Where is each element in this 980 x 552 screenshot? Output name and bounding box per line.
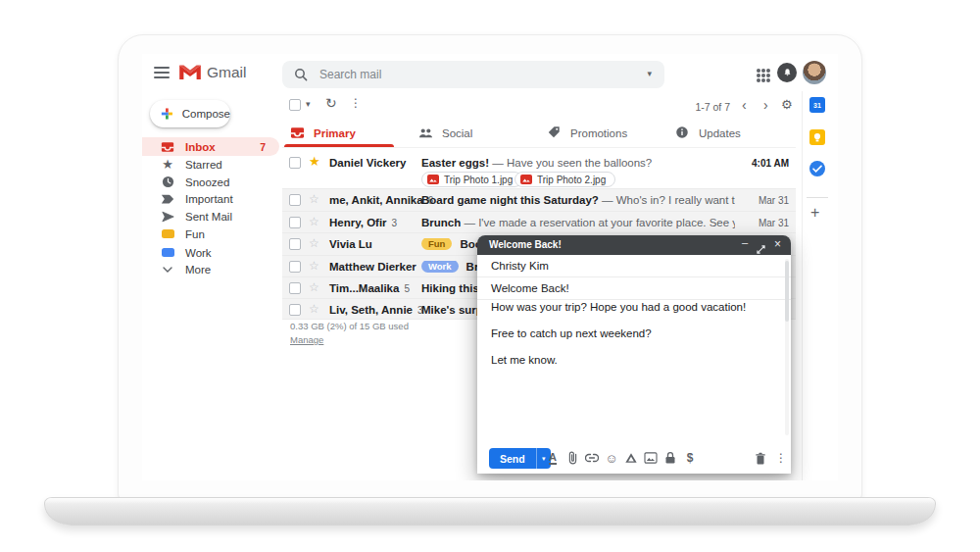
select-all-checkbox[interactable] — [289, 99, 301, 111]
email-checkbox[interactable] — [289, 157, 301, 169]
label-chip-fun[interactable]: Fun — [421, 238, 452, 250]
search-input[interactable]: Search mail ▾ — [282, 61, 664, 88]
send-icon — [160, 209, 175, 225]
sidebar-item-inbox[interactable]: Inbox 7 — [142, 137, 279, 156]
tabs-divider — [282, 147, 796, 148]
storage-usage: 0.33 GB (2%) of 15 GB used — [290, 321, 409, 331]
confidential-mode-icon[interactable] — [662, 450, 678, 466]
side-panel-divider — [802, 91, 803, 480]
star-icon[interactable]: ☆ — [309, 215, 319, 228]
sidebar-item-important[interactable]: Important — [142, 189, 279, 208]
sidebar-item-starred[interactable]: ★ Starred — [142, 155, 279, 174]
star-icon[interactable]: ☆ — [309, 259, 319, 273]
email-checkbox[interactable] — [289, 194, 301, 206]
settings-gear-icon[interactable]: ⚙ — [781, 97, 793, 112]
gmail-logo-icon — [177, 63, 203, 85]
clock-icon — [160, 175, 175, 190]
tab-promotions[interactable]: Promotions — [539, 121, 667, 147]
search-options-caret-icon[interactable]: ▾ — [647, 69, 652, 78]
sidebar-item-label: Work — [185, 247, 212, 259]
compose-button[interactable]: Compose — [150, 100, 230, 127]
attachment-name: Trip Photo 2.jpg — [537, 175, 606, 185]
body-paragraph: Free to catch up next weekend? — [491, 326, 769, 341]
compose-scrollbar[interactable] — [785, 259, 789, 435]
attach-file-icon[interactable] — [564, 450, 580, 466]
add-addon-plus-icon[interactable]: + — [810, 204, 819, 222]
attachment-name: Trip Photo 1.jpg — [444, 175, 513, 185]
star-icon[interactable]: ☆ — [309, 302, 319, 316]
gmail-app-window: Gmail Search mail ▾ C — [142, 54, 838, 480]
star-icon[interactable]: ☆ — [309, 192, 319, 206]
select-caret-icon[interactable]: ▾ — [306, 99, 311, 109]
email-sender: Daniel Vickery — [329, 157, 406, 169]
laptop-base — [44, 497, 936, 526]
notifications-bell-icon[interactable] — [777, 63, 797, 82]
tab-label: Social — [442, 127, 472, 139]
sidebar-item-sent[interactable]: Sent Mail — [142, 207, 279, 226]
email-checkbox[interactable] — [289, 217, 301, 228]
older-page-icon[interactable]: › — [763, 97, 768, 113]
refresh-icon[interactable]: ↻ — [325, 95, 337, 111]
app-name: Gmail — [207, 64, 246, 81]
message-body[interactable]: How was your trip? Hope you had a good v… — [491, 300, 769, 379]
recipient-value: Christy Kim — [491, 260, 549, 272]
attachment-chip[interactable]: Trip Photo 2.jpg — [514, 172, 615, 187]
email-row[interactable]: ☆ Henry, Ofir3 Brunch — I've made a rese… — [282, 211, 796, 232]
compose-header[interactable]: Welcome Back! – × — [477, 235, 791, 255]
side-panel-rule — [807, 197, 828, 198]
send-button[interactable]: Send ▾ — [489, 448, 551, 469]
sidebar-item-label: Sent Mail — [185, 211, 232, 223]
more-options-icon[interactable]: ⋮ — [350, 96, 362, 110]
inbox-icon — [160, 139, 175, 155]
drive-icon[interactable] — [623, 450, 639, 466]
formatting-options-icon[interactable]: A — [545, 450, 561, 466]
sidebar-item-fun-label[interactable]: Fun — [142, 225, 279, 243]
main-menu-icon[interactable] — [154, 67, 170, 78]
insert-photo-icon[interactable] — [643, 450, 659, 466]
inbox-unread-count: 7 — [260, 141, 266, 153]
user-avatar[interactable] — [803, 61, 826, 84]
email-subject-snippet: Easter eggs! — Have you seen the balloon… — [421, 157, 735, 169]
attachment-chip[interactable]: Trip Photo 1.jpg — [421, 172, 522, 187]
email-subject-snippet: Brunch — I've made a reservation at your… — [421, 217, 735, 228]
more-options-icon[interactable]: ⋮ — [773, 450, 789, 466]
compose-plus-icon — [160, 106, 174, 122]
manage-storage-link[interactable]: Manage — [290, 334, 323, 345]
close-icon[interactable]: × — [774, 237, 781, 251]
minimize-icon[interactable]: – — [742, 236, 748, 248]
tab-updates[interactable]: Updates — [667, 121, 796, 147]
email-sender: Henry, Ofir3 — [329, 217, 397, 228]
sidebar-item-more[interactable]: More — [142, 260, 279, 278]
discard-trash-icon[interactable] — [753, 450, 768, 466]
star-icon[interactable]: ★ — [309, 154, 320, 169]
tasks-icon[interactable] — [809, 161, 825, 176]
tab-social[interactable]: Social — [411, 121, 539, 147]
subject-field[interactable]: Welcome Back! — [477, 277, 791, 300]
star-icon[interactable]: ☆ — [309, 236, 319, 250]
pagination-label: 1-7 of 7 — [632, 101, 730, 113]
calendar-icon[interactable]: 31 — [809, 97, 825, 113]
email-row[interactable]: ★ Daniel Vickery Easter eggs! — Have you… — [282, 152, 796, 188]
compose-label: Compose — [182, 108, 230, 120]
email-checkbox[interactable] — [289, 304, 301, 316]
keep-notes-icon[interactable] — [809, 129, 825, 145]
sidebar-item-label: Important — [185, 193, 233, 205]
label-chip-work[interactable]: Work — [421, 261, 459, 273]
email-sender: me, Ankit, Annika6 — [329, 194, 433, 206]
star-icon[interactable]: ☆ — [309, 280, 319, 294]
money-icon[interactable]: $ — [682, 450, 698, 466]
email-checkbox[interactable] — [289, 261, 301, 273]
email-checkbox[interactable] — [289, 238, 301, 250]
newer-page-icon[interactable]: ‹ — [742, 97, 747, 113]
google-apps-grid-icon[interactable] — [757, 69, 760, 73]
recipient-field[interactable]: Christy Kim — [477, 255, 791, 277]
tab-primary[interactable]: Primary — [282, 121, 411, 147]
email-date: Mar 31 — [759, 218, 789, 228]
email-row[interactable]: ☆ me, Ankit, Annika6 Board game night th… — [282, 188, 796, 211]
insert-link-icon[interactable] — [584, 450, 600, 466]
body-paragraph: Let me know. — [491, 353, 769, 368]
sidebar-item-label: Starred — [185, 159, 222, 171]
compose-window: Welcome Back! – × Christy Kim Welcome Ba… — [477, 235, 791, 474]
email-checkbox[interactable] — [289, 282, 301, 294]
insert-emoji-icon[interactable]: ☺ — [604, 450, 619, 466]
